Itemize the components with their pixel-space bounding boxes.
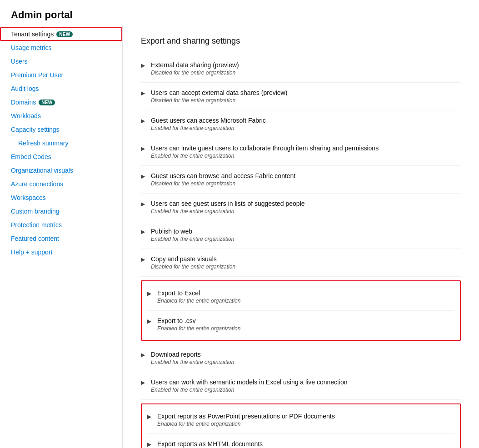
setting-header[interactable]: ▶Users can work with semantic models in … <box>141 378 461 386</box>
setting-name: Users can see guest users in lists of su… <box>151 200 305 207</box>
setting-status: Enabled for the entire organization <box>151 153 461 159</box>
sidebar-item-label: Usage metrics <box>11 44 51 51</box>
setting-header[interactable]: ▶Export reports as PowerPoint presentati… <box>147 413 454 420</box>
setting-status: Enabled for the entire organization <box>151 236 461 242</box>
setting-header[interactable]: ▶Copy and paste visuals <box>141 255 461 263</box>
sidebar-item-label: Premium Per User <box>11 71 63 79</box>
chevron-right-icon: ▶ <box>141 145 147 152</box>
settings-list: ▶External data sharing (preview)Disabled… <box>141 55 461 448</box>
new-badge: New <box>39 100 55 105</box>
setting-item-guest-browse-fabric: ▶Guest users can browse and access Fabri… <box>141 166 461 194</box>
setting-header[interactable]: ▶Users can invite guest users to collabo… <box>141 144 461 152</box>
sidebar-item-protection-metrics[interactable]: Protection metrics <box>0 218 122 232</box>
sidebar-item-custom-branding[interactable]: Custom branding <box>0 204 122 218</box>
chevron-right-icon: ▶ <box>141 201 147 207</box>
sidebar-item-organizational-visuals[interactable]: Organizational visuals <box>0 164 122 177</box>
sidebar-item-label: Help + support <box>11 249 52 256</box>
setting-name: Copy and paste visuals <box>151 255 217 263</box>
setting-item-semantic-models-excel: ▶Users can work with semantic models in … <box>141 372 461 400</box>
setting-name: Export to .csv <box>157 317 196 324</box>
sidebar: Tenant settingsNewUsage metricsUsersPrem… <box>0 25 123 448</box>
sidebar-item-label: Featured content <box>11 235 59 242</box>
setting-status: Disabled for the entire organization <box>151 97 461 104</box>
setting-item-publish-to-web: ▶Publish to webEnabled for the entire or… <box>141 221 461 249</box>
sidebar-item-users[interactable]: Users <box>0 55 122 68</box>
setting-status: Enabled for the entire organization <box>157 421 454 427</box>
sidebar-item-label: Custom branding <box>11 208 60 215</box>
chevron-right-icon: ▶ <box>141 173 147 179</box>
sidebar-item-usage-metrics[interactable]: Usage metrics <box>0 41 122 55</box>
setting-header[interactable]: ▶Export to Excel <box>147 289 454 297</box>
chevron-right-icon: ▶ <box>141 256 147 263</box>
setting-status: Enabled for the entire organization <box>151 208 461 214</box>
sidebar-item-label: Workspaces <box>11 194 46 201</box>
chevron-right-icon: ▶ <box>147 318 154 324</box>
sidebar-item-label: Users <box>11 58 28 65</box>
chevron-right-icon: ▶ <box>147 290 154 297</box>
setting-name: Users can work with semantic models in E… <box>151 378 348 386</box>
setting-header[interactable]: ▶Guest users can access Microsoft Fabric <box>141 117 461 124</box>
setting-item-export-mhtml: ▶Export reports as MHTML documentsEnable… <box>147 434 454 448</box>
sidebar-item-label: Capacity settings <box>11 126 60 133</box>
sidebar-item-refresh-summary[interactable]: Refresh summary <box>0 136 122 150</box>
sidebar-item-workloads[interactable]: Workloads <box>0 109 122 123</box>
sidebar-item-label: Refresh summary <box>18 139 68 147</box>
setting-status: Enabled for the entire organization <box>151 387 461 393</box>
setting-status: Disabled for the entire organization <box>151 180 461 187</box>
app-container: Admin portal Tenant settingsNewUsage met… <box>0 0 479 448</box>
setting-item-external-data-sharing: ▶External data sharing (preview)Disabled… <box>141 55 461 83</box>
sidebar-item-domains[interactable]: DomainsNew <box>0 95 122 109</box>
setting-item-copy-paste-visuals: ▶Copy and paste visualsDisabled for the … <box>141 249 461 277</box>
sidebar-item-tenant-settings[interactable]: Tenant settingsNew <box>0 27 122 41</box>
setting-header[interactable]: ▶Download reports <box>141 351 461 358</box>
setting-name: Export reports as MHTML documents <box>157 440 263 448</box>
sidebar-item-azure-connections[interactable]: Azure connections <box>0 177 122 191</box>
sidebar-item-featured-content[interactable]: Featured content <box>0 232 122 245</box>
chevron-right-icon: ▶ <box>141 379 147 386</box>
sidebar-item-premium-per-user[interactable]: Premium Per User <box>0 68 122 82</box>
setting-name: Users can accept external data shares (p… <box>151 89 287 96</box>
sidebar-item-help-support[interactable]: Help + support <box>0 245 122 259</box>
setting-header[interactable]: ▶Guest users can browse and access Fabri… <box>141 172 461 179</box>
setting-header[interactable]: ▶Users can see guest users in lists of s… <box>141 200 461 207</box>
sidebar-item-capacity-settings[interactable]: Capacity settings <box>0 123 122 136</box>
setting-name: External data sharing (preview) <box>151 61 239 69</box>
sidebar-item-label: Tenant settings <box>11 30 54 38</box>
setting-header[interactable]: ▶Export to .csv <box>147 317 454 324</box>
main-layout: Tenant settingsNewUsage metricsUsersPrem… <box>0 25 479 448</box>
setting-status: Enabled for the entire organization <box>151 359 461 365</box>
setting-status: Enabled for the entire organization <box>157 298 454 304</box>
new-badge: New <box>56 31 73 37</box>
sidebar-item-label: Domains <box>11 99 36 106</box>
setting-name: Guest users can access Microsoft Fabric <box>151 117 266 124</box>
setting-status: Enabled for the entire organization <box>151 125 461 131</box>
sidebar-item-label: Protection metrics <box>11 221 62 229</box>
sidebar-item-label: Embed Codes <box>11 153 51 160</box>
setting-status: Enabled for the entire organization <box>157 325 454 332</box>
setting-item-export-to-excel: ▶Export to ExcelEnabled for the entire o… <box>147 283 454 311</box>
setting-name: Download reports <box>151 351 201 358</box>
setting-name: Export reports as PowerPoint presentatio… <box>157 413 335 420</box>
setting-name: Publish to web <box>151 228 192 235</box>
setting-name: Guest users can browse and access Fabric… <box>151 172 295 179</box>
setting-item-export-to-csv: ▶Export to .csvEnabled for the entire or… <box>147 311 454 338</box>
chevron-right-icon: ▶ <box>141 62 147 69</box>
setting-header[interactable]: ▶Publish to web <box>141 228 461 235</box>
setting-item-guest-access-fabric: ▶Guest users can access Microsoft Fabric… <box>141 110 461 138</box>
setting-header[interactable]: ▶Export reports as MHTML documents <box>147 440 454 448</box>
setting-item-users-invite-guest: ▶Users can invite guest users to collabo… <box>141 138 461 166</box>
sidebar-item-label: Workloads <box>11 112 41 119</box>
setting-header[interactable]: ▶External data sharing (preview) <box>141 61 461 69</box>
setting-status: Disabled for the entire organization <box>151 264 461 270</box>
setting-status: Disabled for the entire organization <box>151 70 461 76</box>
sidebar-item-embed-codes[interactable]: Embed Codes <box>0 150 122 164</box>
chevron-right-icon: ▶ <box>141 229 147 235</box>
sidebar-item-workspaces[interactable]: Workspaces <box>0 191 122 204</box>
chevron-right-icon: ▶ <box>141 352 147 358</box>
sidebar-item-audit-logs[interactable]: Audit logs <box>0 82 122 95</box>
setting-name: Export to Excel <box>157 289 200 297</box>
setting-name: Users can invite guest users to collabor… <box>151 144 379 152</box>
setting-header[interactable]: ▶Users can accept external data shares (… <box>141 89 461 96</box>
setting-item-users-accept-external: ▶Users can accept external data shares (… <box>141 83 461 110</box>
main-content: Export and sharing settings ▶External da… <box>123 25 479 448</box>
